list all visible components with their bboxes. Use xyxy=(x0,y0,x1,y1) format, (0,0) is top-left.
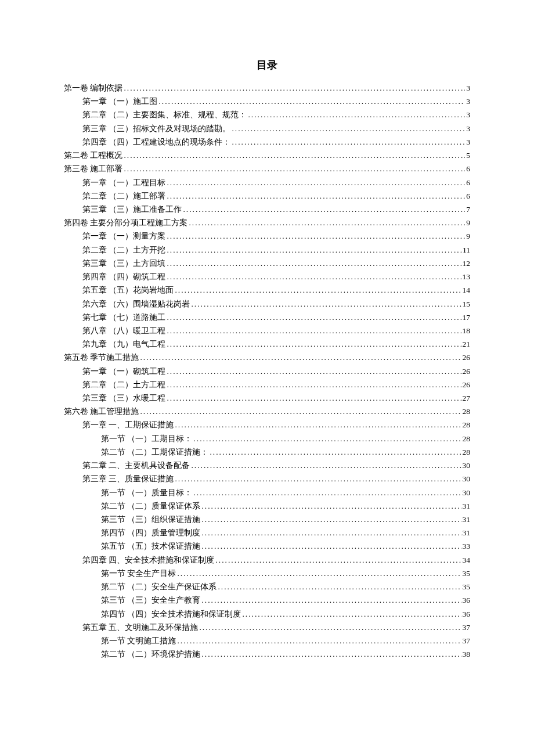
toc-entry-page: 3 xyxy=(466,122,470,135)
toc-entry: 第二节 （二）质量保证体系31 xyxy=(64,499,470,513)
toc-entry-label: 第三卷 施工部署 xyxy=(64,162,122,175)
toc-entry: 第一章 一、工期保证措施 28 xyxy=(64,418,470,431)
toc-entry-label: 第一节 文明施工措施 xyxy=(101,634,176,647)
toc-entry-label: 第三章 （三）水暖工程 xyxy=(82,391,165,405)
toc-entry-page: 3 xyxy=(466,135,470,149)
toc-dots xyxy=(167,257,461,270)
toc-entry: 第四章 （四）工程建设地点的现场条件：3 xyxy=(64,135,470,149)
toc-entry-page: 28 xyxy=(463,432,471,445)
toc-entry: 第一节 （一）质量目标：30 xyxy=(64,486,470,499)
toc-entry-page: 14 xyxy=(463,283,471,297)
toc-dots xyxy=(167,229,465,243)
toc-entry-label: 第二章 二、主要机具设备配备 xyxy=(82,459,190,472)
toc-dots xyxy=(140,405,461,418)
toc-entry-page: 26 xyxy=(463,351,471,364)
toc-entry-page: 35 xyxy=(463,580,471,593)
toc-entry-label: 第一卷 编制依据 xyxy=(64,81,122,95)
toc-dots xyxy=(215,553,461,567)
toc-dots xyxy=(167,337,461,351)
toc-dots xyxy=(124,149,465,162)
toc-entry-label: 第六章 （六）围墙湿贴花岗岩 xyxy=(82,297,190,311)
toc-entry-label: 第五卷 季节施工措施 xyxy=(64,351,139,364)
toc-entry-label: 第四节 （四）质量管理制度 xyxy=(101,526,200,539)
toc-entry-page: 12 xyxy=(463,257,471,270)
toc-entry-page: 11 xyxy=(463,243,470,257)
toc-entry: 第三章 （三）招标文件及对现场的踏勘。3 xyxy=(64,122,470,135)
toc-dots xyxy=(201,593,461,607)
toc-entry-page: 17 xyxy=(463,311,471,324)
toc-dots xyxy=(124,162,465,175)
toc-entry: 第一节 文明施工措施37 xyxy=(64,634,470,647)
toc-entry-page: 6 xyxy=(466,176,470,189)
toc-entry-label: 第四卷 主要分部分项工程施工方案 xyxy=(64,216,187,229)
toc-container: 第一卷 编制依据3第一章 （一）施工图 3第二章 （二）主要图集、标准、规程、规… xyxy=(64,81,470,661)
toc-entry-page: 37 xyxy=(463,621,471,634)
toc-entry: 第三章 三、质量保证措施 30 xyxy=(64,472,470,485)
toc-entry-label: 第一章 （一）施工图 xyxy=(82,95,157,108)
toc-dots xyxy=(167,270,461,283)
toc-entry-page: 3 xyxy=(466,95,470,108)
toc-entry-page: 9 xyxy=(466,229,470,243)
toc-entry-label: 第四章 （四）砌筑工程 xyxy=(82,270,165,283)
toc-entry-label: 第五章 （五）花岗岩地面 xyxy=(82,283,174,297)
toc-entry: 第三节 （三）组织保证措施31 xyxy=(64,513,470,526)
toc-dots xyxy=(232,135,465,149)
toc-title: 目录 xyxy=(64,58,470,72)
toc-entry-page: 21 xyxy=(463,337,471,351)
toc-entry: 第三卷 施工部署6 xyxy=(64,162,470,175)
toc-entry-page: 31 xyxy=(463,513,471,526)
toc-entry: 第七章 （七）道路施工 17 xyxy=(64,311,470,324)
toc-entry: 第五卷 季节施工措施26 xyxy=(64,351,470,364)
toc-entry: 第二节 （二）安全生产保证体系35 xyxy=(64,580,470,593)
toc-entry-page: 7 xyxy=(466,203,470,216)
toc-entry-label: 第一章 （一）砌筑工程 xyxy=(82,365,165,378)
toc-entry: 第一章 （一）施工图 3 xyxy=(64,95,470,108)
toc-entry-label: 第八章 （八）暖卫工程 xyxy=(82,324,165,337)
toc-entry: 第二节 （二）环境保护措施38 xyxy=(64,647,470,661)
toc-entry-page: 18 xyxy=(463,324,471,337)
toc-dots xyxy=(175,418,461,431)
toc-dots xyxy=(167,176,465,189)
toc-entry-page: 3 xyxy=(466,81,470,95)
toc-entry-label: 第一节 安全生产目标 xyxy=(101,567,176,580)
toc-entry-label: 第五节 （五）技术保证措施 xyxy=(101,539,200,553)
toc-entry-label: 第一节 （一）工期目标： xyxy=(101,432,192,445)
toc-entry: 第八章 （八）暖卫工程 18 xyxy=(64,324,470,337)
toc-dots xyxy=(167,324,461,337)
toc-entry-page: 38 xyxy=(463,647,471,661)
toc-entry-label: 第二卷 工程概况 xyxy=(64,149,122,162)
toc-entry-label: 第二节 （二）工期保证措施： xyxy=(101,445,208,459)
toc-entry-label: 第一章 （一）工程目标 xyxy=(82,176,165,189)
toc-dots xyxy=(167,243,461,257)
toc-entry-page: 5 xyxy=(466,149,470,162)
toc-entry-page: 31 xyxy=(463,499,471,513)
toc-entry-label: 第三章 三、质量保证措施 xyxy=(82,472,174,485)
toc-entry-page: 9 xyxy=(466,216,470,229)
toc-entry-label: 第七章 （七）道路施工 xyxy=(82,311,165,324)
toc-entry-label: 第四章 （四）工程建设地点的现场条件： xyxy=(82,135,230,149)
toc-entry-page: 15 xyxy=(463,297,471,311)
toc-dots xyxy=(167,311,461,324)
toc-entry-page: 30 xyxy=(463,486,471,499)
toc-dots xyxy=(201,539,461,553)
toc-entry: 第一节 安全生产目标35 xyxy=(64,567,470,580)
toc-entry: 第六章 （六）围墙湿贴花岗岩 15 xyxy=(64,297,470,311)
toc-entry-label: 第二节 （二）环境保护措施 xyxy=(101,647,200,661)
toc-entry: 第五节 （五）技术保证措施33 xyxy=(64,539,470,553)
toc-dots xyxy=(201,499,461,513)
toc-entry: 第四节 （四）质量管理制度31 xyxy=(64,526,470,539)
toc-dots xyxy=(232,122,465,135)
toc-dots xyxy=(210,445,461,459)
toc-entry-page: 28 xyxy=(463,445,471,459)
toc-dots xyxy=(167,365,461,378)
toc-dots xyxy=(201,513,461,526)
toc-entry-label: 第二章 （二）土方工程 xyxy=(82,378,165,391)
toc-entry: 第二章 （二）施工部署 6 xyxy=(64,189,470,203)
toc-entry-page: 36 xyxy=(463,593,471,607)
toc-entry-page: 13 xyxy=(463,270,471,283)
toc-entry: 第一卷 编制依据3 xyxy=(64,81,470,95)
toc-entry: 第三章 （三）水暖工程 27 xyxy=(64,391,470,405)
toc-dots xyxy=(167,189,465,203)
toc-dots xyxy=(193,432,461,445)
toc-entry-page: 28 xyxy=(463,418,471,431)
